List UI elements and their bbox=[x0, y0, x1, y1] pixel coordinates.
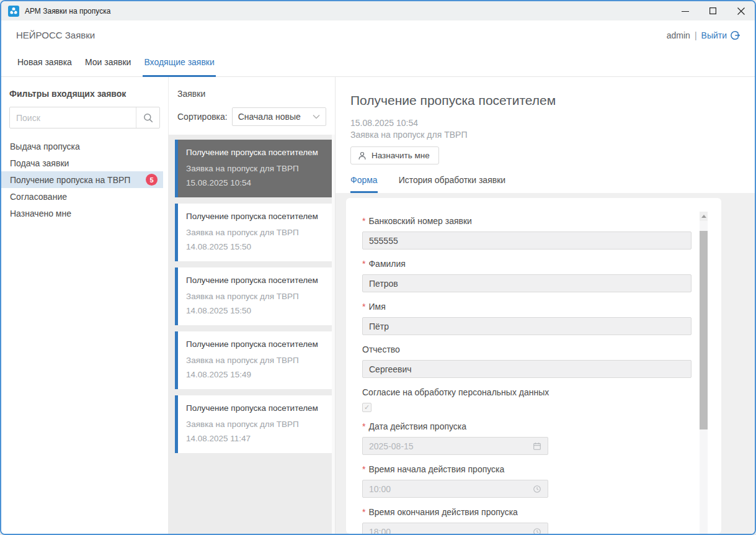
minimize-button[interactable] bbox=[671, 1, 699, 20]
scroll-up-button[interactable] bbox=[700, 212, 708, 221]
field-label: * Банковский номер заявки bbox=[362, 216, 705, 226]
filter-item-label: Назначено мне bbox=[10, 209, 71, 218]
main-tab-label: Мои заявки bbox=[85, 57, 131, 67]
text-input-value[interactable] bbox=[369, 279, 685, 289]
text-input[interactable] bbox=[362, 360, 692, 378]
requests-list: Получение пропуска посетителем Заявка на… bbox=[169, 135, 335, 534]
required-asterisk: * bbox=[362, 259, 365, 269]
content-area: Фильтры входящих заявок Выдача пропуска … bbox=[1, 77, 755, 534]
filter-badge: 5 bbox=[146, 174, 158, 186]
user-name: admin bbox=[667, 30, 690, 40]
assign-to-me-button[interactable]: Назначить мне bbox=[350, 146, 439, 164]
filter-item-label: Подача заявки bbox=[10, 158, 69, 168]
close-icon bbox=[737, 7, 745, 15]
filter-item-label: Согласование bbox=[10, 192, 67, 202]
request-card-title: Получение пропуска посетителем bbox=[186, 210, 327, 223]
requests-column: Заявки Сортировка: Сначала новые Получен… bbox=[169, 77, 335, 534]
detail-datetime: 15.08.2025 10:54 bbox=[350, 117, 740, 129]
search-icon bbox=[143, 112, 154, 124]
request-card-subtitle: Заявка на пропуск для ТВРП bbox=[186, 354, 327, 367]
field-label: Согласие на обработку персональных данны… bbox=[362, 387, 705, 397]
picker-input[interactable]: 2025-08-15 bbox=[362, 437, 548, 455]
window-title: АРМ Заявки на пропуска bbox=[25, 7, 110, 16]
detail-pane: Получение пропуска посетителем 15.08.202… bbox=[335, 77, 755, 534]
maximize-button[interactable] bbox=[699, 1, 727, 20]
detail-header: Получение пропуска посетителем 15.08.202… bbox=[336, 77, 755, 193]
filter-item[interactable]: Получение пропуска на ТВРП 5 bbox=[1, 171, 163, 188]
request-card-subtitle: Заявка на пропуск для ТВРП bbox=[186, 163, 327, 175]
main-tab-label: Новая заявка bbox=[17, 57, 72, 67]
app-logo-icon bbox=[8, 6, 19, 17]
request-card[interactable]: Получение пропуска посетителем Заявка на… bbox=[175, 204, 333, 261]
user-separator: | bbox=[695, 30, 697, 40]
text-input-value[interactable] bbox=[369, 236, 685, 246]
request-card-subtitle: Заявка на пропуск для ТВРП bbox=[186, 418, 327, 431]
request-card-title: Получение пропуска посетителем bbox=[186, 338, 327, 351]
minimize-icon bbox=[682, 7, 689, 15]
consent-checkbox[interactable]: ✓ bbox=[362, 403, 371, 412]
search-input[interactable] bbox=[10, 107, 136, 128]
filter-list: Выдача пропуска Подача заявки Получение … bbox=[1, 138, 168, 222]
picker-input[interactable]: 18:00 bbox=[362, 523, 548, 535]
text-input[interactable] bbox=[362, 317, 692, 335]
field-label-text: Время начала действия пропуска bbox=[368, 464, 504, 474]
form-card: * Банковский номер заявки * Фамилия * Им… bbox=[346, 198, 721, 534]
scrollbar-thumb[interactable] bbox=[700, 231, 708, 429]
field-label-text: Дата действия пропуска bbox=[368, 421, 466, 431]
text-input-value[interactable] bbox=[369, 321, 685, 331]
detail-tab[interactable]: История обработки заявки bbox=[399, 175, 505, 193]
request-card[interactable]: Получение пропуска посетителем Заявка на… bbox=[175, 331, 333, 389]
request-card[interactable]: Получение пропуска посетителем Заявка на… bbox=[175, 140, 333, 197]
required-asterisk: * bbox=[362, 421, 365, 431]
sort-label: Сортировка: bbox=[177, 112, 228, 122]
app-header: НЕЙРОСС Заявки admin | Выйти bbox=[1, 20, 755, 50]
sort-select[interactable]: Сначала новые bbox=[232, 107, 326, 126]
filter-item[interactable]: Согласование bbox=[1, 188, 163, 205]
filter-item[interactable]: Подача заявки bbox=[1, 155, 163, 171]
main-tabbar: Новая заявка Мои заявки Входящие заявки bbox=[1, 50, 755, 77]
text-input[interactable] bbox=[362, 274, 692, 292]
request-card-title: Получение пропуска посетителем bbox=[186, 402, 327, 415]
person-icon bbox=[358, 151, 367, 160]
assign-button-label: Назначить мне bbox=[371, 151, 430, 160]
required-asterisk: * bbox=[362, 464, 365, 474]
main-tab[interactable]: Новая заявка bbox=[16, 57, 73, 77]
form-field: * Время окончания действия пропуска 18:0… bbox=[362, 507, 705, 535]
filter-item[interactable]: Выдача пропуска bbox=[1, 138, 163, 155]
requests-title: Заявки bbox=[177, 89, 326, 99]
detail-subtitle: Заявка на пропуск для ТВРП bbox=[350, 129, 740, 141]
app-window: АРМ Заявки на пропуска НЕЙРОСС Заявки ad… bbox=[0, 0, 756, 535]
main-tab[interactable]: Входящие заявки bbox=[143, 57, 215, 77]
text-input-value[interactable] bbox=[369, 364, 685, 374]
required-asterisk: * bbox=[362, 302, 365, 312]
form-field: Согласие на обработку персональных данны… bbox=[362, 387, 705, 412]
sort-value: Сначала новые bbox=[238, 112, 301, 122]
logout-link[interactable]: Выйти bbox=[701, 30, 740, 40]
picker-input[interactable]: 10:00 bbox=[362, 480, 548, 498]
search-button[interactable] bbox=[136, 107, 159, 128]
field-label-text: Фамилия bbox=[368, 259, 405, 269]
detail-tabs: Форма История обработки заявки bbox=[350, 175, 740, 193]
form-field: * Время начала действия пропуска 10:00 bbox=[362, 464, 705, 498]
detail-title: Получение пропуска посетителем bbox=[350, 93, 740, 108]
maximize-icon bbox=[709, 7, 716, 14]
filter-item[interactable]: Назначено мне bbox=[1, 205, 163, 222]
field-label: * Имя bbox=[362, 302, 705, 312]
picker-value: 18:00 bbox=[369, 527, 391, 535]
field-label-text: Имя bbox=[368, 302, 385, 312]
detail-tab[interactable]: Форма bbox=[350, 175, 378, 193]
form-fields: * Банковский номер заявки * Фамилия * Им… bbox=[362, 216, 705, 535]
text-input[interactable] bbox=[362, 232, 692, 250]
detail-tab-label: История обработки заявки bbox=[399, 175, 505, 185]
clock-icon bbox=[533, 485, 541, 493]
request-card[interactable]: Получение пропуска посетителем Заявка на… bbox=[175, 268, 333, 325]
request-card[interactable]: Получение пропуска посетителем Заявка на… bbox=[175, 395, 333, 453]
main-tab[interactable]: Мои заявки bbox=[84, 57, 132, 77]
close-button[interactable] bbox=[727, 1, 755, 20]
request-card-datetime: 14.08.2025 15:50 bbox=[186, 305, 327, 317]
form-field: * Банковский номер заявки bbox=[362, 216, 705, 250]
brand-title: НЕЙРОСС Заявки bbox=[16, 30, 95, 40]
search-box bbox=[9, 107, 160, 128]
required-asterisk: * bbox=[362, 507, 365, 517]
sort-row: Сортировка: Сначала новые bbox=[177, 107, 326, 126]
